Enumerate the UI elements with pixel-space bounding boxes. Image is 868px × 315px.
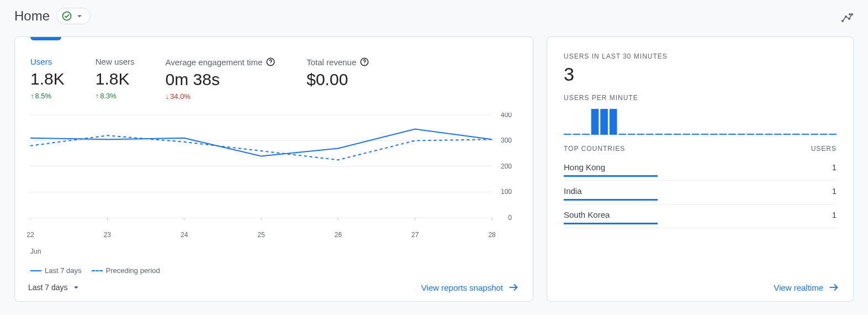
- country-bar: [564, 223, 658, 224]
- caret-down-icon: [75, 11, 84, 21]
- metric-value: 1.8K: [30, 70, 65, 88]
- svg-point-0: [63, 12, 71, 20]
- metric-value: 1.8K: [96, 70, 135, 88]
- legend-swatch-dashed-icon: [92, 270, 103, 271]
- x-tick-label: 28: [488, 231, 495, 239]
- insights-button[interactable]: [840, 11, 854, 24]
- legend-label: Preceding period: [106, 266, 160, 275]
- arrow-up-icon: ↑: [96, 92, 99, 100]
- arrow-down-icon: ↓: [166, 92, 170, 101]
- metric-delta: ↑8.3%: [96, 92, 135, 100]
- metric-total-revenue[interactable]: Total revenue$0.00: [306, 57, 369, 101]
- country-row[interactable]: South Korea1: [547, 206, 853, 229]
- metric-average-engagement-time[interactable]: Average engagement time0m 38s↓34.0%: [166, 57, 276, 101]
- users-per-minute-chart[interactable]: [547, 107, 853, 135]
- metric-label: New users: [96, 57, 135, 66]
- page-title: Home: [14, 8, 50, 24]
- svg-text:400: 400: [501, 113, 512, 119]
- metric-users[interactable]: Users1.8K↑8.5%: [30, 57, 65, 101]
- x-tick-label: 25: [257, 231, 264, 239]
- chart-month-label: Jun: [30, 248, 533, 255]
- svg-rect-31: [591, 109, 599, 134]
- country-name: South Korea: [564, 210, 610, 219]
- country-users: 1: [832, 162, 837, 172]
- x-tick-label: 23: [104, 231, 111, 239]
- country-bar: [564, 199, 658, 201]
- active-tab-indicator: [30, 37, 61, 40]
- country-users: 1: [832, 186, 837, 196]
- top-countries-header: TOP COUNTRIES USERS: [547, 135, 853, 158]
- x-tick-label: 22: [27, 231, 34, 239]
- country-row[interactable]: India1: [547, 182, 853, 206]
- arrow-right-icon: [507, 281, 520, 293]
- svg-rect-33: [600, 109, 608, 134]
- metrics-row: Users1.8K↑8.5%New users1.8K↑8.3%Average …: [15, 37, 533, 105]
- users-column-label: USERS: [811, 145, 837, 153]
- svg-rect-35: [610, 109, 617, 134]
- metric-value: 0m 38s: [166, 70, 276, 89]
- metric-delta: ↑8.5%: [30, 92, 65, 100]
- arrow-right-icon: [828, 281, 840, 293]
- countries-list: Hong Kong1India1South Korea1: [547, 158, 853, 229]
- svg-text:100: 100: [501, 188, 512, 196]
- date-range-picker[interactable]: Last 7 days: [28, 282, 81, 292]
- link-label: View realtime: [774, 283, 823, 292]
- legend-item-current: Last 7 days: [30, 266, 82, 275]
- metric-value: $0.00: [306, 70, 369, 89]
- metric-label: Average engagement time: [166, 57, 276, 67]
- metric-delta: ↓34.0%: [166, 92, 276, 101]
- legend-item-preceding: Preceding period: [92, 266, 160, 275]
- metric-new-users[interactable]: New users1.8K↑8.3%: [96, 57, 135, 101]
- country-name: India: [564, 186, 582, 196]
- svg-text:300: 300: [501, 136, 512, 144]
- svg-point-8: [364, 64, 365, 64]
- date-range-label: Last 7 days: [28, 283, 68, 292]
- caret-down-icon: [71, 282, 81, 292]
- country-users: 1: [832, 210, 837, 219]
- svg-point-6: [271, 64, 271, 64]
- top-countries-label: TOP COUNTRIES: [564, 145, 625, 153]
- users-per-minute-label: USERS PER MINUTE: [564, 94, 837, 102]
- page-header: Home: [0, 0, 868, 30]
- check-circle-icon: [61, 11, 72, 22]
- view-reports-snapshot-link[interactable]: View reports snapshot: [421, 281, 520, 293]
- help-icon[interactable]: [266, 57, 276, 67]
- country-name: Hong Kong: [564, 162, 605, 172]
- legend-label: Last 7 days: [45, 266, 82, 275]
- link-label: View reports snapshot: [421, 283, 503, 292]
- legend-swatch-solid-icon: [30, 270, 41, 271]
- metric-label: Users: [30, 57, 65, 66]
- metric-label: Total revenue: [306, 57, 369, 67]
- insights-icon: [840, 11, 854, 24]
- view-realtime-link[interactable]: View realtime: [774, 281, 840, 293]
- realtime-users-label: USERS IN LAST 30 MINUTES: [564, 53, 837, 60]
- svg-text:200: 200: [501, 162, 512, 170]
- x-tick-label: 26: [335, 231, 342, 239]
- x-tick-label: 27: [411, 231, 419, 239]
- realtime-card: USERS IN LAST 30 MINUTES 3 USERS PER MIN…: [547, 36, 854, 302]
- help-icon[interactable]: [359, 57, 369, 67]
- chart-x-axis: 22232425262728: [30, 231, 517, 249]
- x-tick-label: 24: [181, 231, 188, 239]
- arrow-up-icon: ↑: [30, 92, 34, 100]
- users-line-chart[interactable]: 0100200300400: [30, 113, 517, 229]
- chart-legend: Last 7 days Preceding period: [30, 266, 517, 275]
- status-dropdown[interactable]: [56, 8, 91, 24]
- overview-card: Users1.8K↑8.5%New users1.8K↑8.3%Average …: [14, 36, 533, 302]
- realtime-users-value: 3: [564, 64, 837, 85]
- svg-text:0: 0: [508, 214, 512, 222]
- country-row[interactable]: Hong Kong1: [547, 158, 853, 182]
- country-bar: [564, 175, 658, 177]
